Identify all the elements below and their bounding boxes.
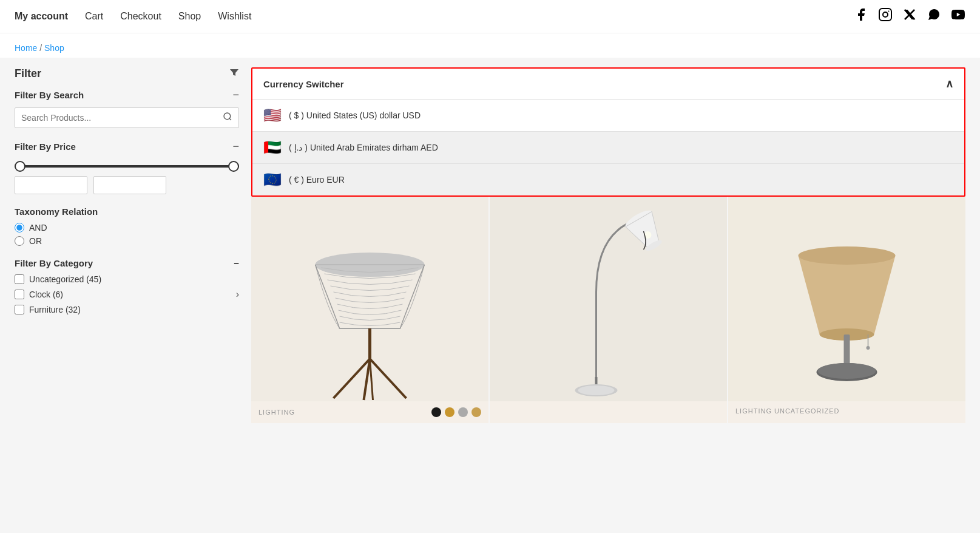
breadcrumb: Home / Shop <box>15 43 965 53</box>
twitter-icon[interactable] <box>902 7 917 25</box>
nav-cart[interactable]: Cart <box>85 11 103 22</box>
swatch-gray[interactable] <box>458 407 468 417</box>
category-uncategorized-label: Uncategorized (45) <box>29 274 101 284</box>
taxonomy-relation-title: Taxonomy Relation <box>15 206 239 217</box>
svg-point-21 <box>867 346 870 350</box>
nav-shop[interactable]: Shop <box>178 11 201 22</box>
swatch-tan[interactable] <box>471 407 481 417</box>
product-3-category: LIGHTING UNCATEGORIZED <box>735 407 840 415</box>
aed-flag: 🇦🇪 <box>263 140 282 155</box>
swatch-gold[interactable] <box>445 407 455 417</box>
category-more-arrow-icon[interactable]: › <box>236 289 239 300</box>
product-image-3 <box>728 171 965 401</box>
filter-by-category-header: Filter By Category − <box>15 258 239 268</box>
filter-title: Filter <box>15 67 41 80</box>
svg-point-2 <box>888 11 890 12</box>
svg-point-4 <box>224 113 231 120</box>
whatsapp-icon[interactable] <box>927 7 941 25</box>
currency-option-aed[interactable]: 🇦🇪 ( د.إ ) United Arab Emirates dirham A… <box>252 131 964 163</box>
filter-by-category-section: Filter By Category − Uncategorized (45) … <box>15 258 239 314</box>
breadcrumb-area: Home / Shop <box>0 33 980 58</box>
taxonomy-or-option: OR <box>15 236 239 246</box>
filter-by-search-label: Filter By Search <box>15 90 84 100</box>
nav-wishlist[interactable]: Wishlist <box>218 11 251 22</box>
nav-checkout[interactable]: Checkout <box>120 11 161 22</box>
header-nav: My account Cart Checkout Shop Wishlist <box>15 11 251 22</box>
category-clock-checkbox[interactable] <box>15 290 24 299</box>
price-max-thumb[interactable] <box>228 161 239 172</box>
range-track <box>15 165 239 168</box>
usd-label: ( $ ) United States (US) dollar USD <box>289 110 421 120</box>
filter-by-price-header: Filter By Price − <box>15 140 239 153</box>
currency-option-eur[interactable]: 🇪🇺 ( € ) Euro EUR <box>252 163 964 195</box>
breadcrumb-separator: / <box>39 43 42 53</box>
svg-point-1 <box>883 12 888 17</box>
product-1-category: LIGHTING <box>259 409 295 416</box>
search-box <box>15 107 239 128</box>
price-max-input[interactable]: 684 <box>93 176 166 194</box>
currency-chevron-up-icon[interactable]: ∧ <box>945 77 953 90</box>
breadcrumb-current: Shop <box>44 43 64 53</box>
youtube-icon[interactable] <box>951 7 965 25</box>
search-icon <box>223 112 232 124</box>
eur-label: ( € ) Euro EUR <box>289 175 345 185</box>
product-card-1[interactable]: LIGHTING <box>251 171 488 423</box>
filter-by-search-header: Filter By Search − <box>15 89 239 101</box>
taxonomy-and-radio[interactable] <box>15 223 24 233</box>
svg-line-9 <box>370 359 407 398</box>
product-card-2[interactable] <box>490 171 727 423</box>
category-furniture: Furniture (32) <box>15 305 239 314</box>
eur-flag: 🇪🇺 <box>263 172 282 187</box>
header-social <box>854 7 965 25</box>
category-furniture-checkbox[interactable] <box>15 305 24 314</box>
taxonomy-relation-section: Taxonomy Relation AND OR <box>15 206 239 246</box>
currency-option-usd[interactable]: 🇺🇸 ( $ ) United States (US) dollar USD <box>252 99 964 131</box>
svg-point-17 <box>578 385 615 395</box>
header: My account Cart Checkout Shop Wishlist <box>0 0 980 33</box>
svg-line-11 <box>370 359 373 400</box>
main-layout: Filter Filter By Search − Filter By Pric… <box>0 58 980 433</box>
taxonomy-and-label: AND <box>29 223 47 233</box>
category-furniture-label: Furniture (32) <box>29 305 81 314</box>
product-card-3[interactable]: LIGHTING UNCATEGORIZED <box>728 171 965 423</box>
currency-switcher: Currency Switcher ∧ 🇺🇸 ( $ ) United Stat… <box>251 67 965 197</box>
category-uncategorized-checkbox[interactable] <box>15 274 24 284</box>
taxonomy-and-option: AND <box>15 223 239 233</box>
price-min-input[interactable]: 0 <box>15 176 87 194</box>
search-input[interactable] <box>21 113 223 123</box>
category-uncategorized: Uncategorized (45) <box>15 274 239 284</box>
filter-by-price-collapse-icon[interactable]: − <box>232 140 239 153</box>
category-clock: Clock (6) › <box>15 289 239 300</box>
taxonomy-or-label: OR <box>29 236 42 246</box>
product-image-1 <box>251 171 488 401</box>
sidebar: Filter Filter By Search − Filter By Pric… <box>15 67 239 423</box>
nav-my-account[interactable]: My account <box>15 11 68 22</box>
taxonomy-or-radio[interactable] <box>15 236 24 246</box>
currency-switcher-title: Currency Switcher <box>263 79 344 89</box>
usd-flag: 🇺🇸 <box>263 108 282 123</box>
facebook-icon[interactable] <box>854 7 868 25</box>
products-grid: LIGHTING <box>251 171 965 423</box>
filter-by-category-collapse-icon[interactable]: − <box>234 258 239 268</box>
category-clock-label: Clock (6) <box>29 290 63 299</box>
filter-by-search-collapse-icon[interactable]: − <box>232 89 239 101</box>
instagram-icon[interactable] <box>878 7 893 25</box>
breadcrumb-home[interactable]: Home <box>15 43 37 53</box>
currency-switcher-header[interactable]: Currency Switcher ∧ <box>252 69 964 99</box>
svg-point-24 <box>818 363 876 379</box>
price-min-thumb[interactable] <box>15 161 25 172</box>
filter-by-search-section: Filter By Search − <box>15 89 239 128</box>
content-area: Currency Switcher ∧ 🇺🇸 ( $ ) United Stat… <box>251 67 965 423</box>
svg-point-18 <box>799 246 896 265</box>
product-footer-3: LIGHTING UNCATEGORIZED <box>728 401 965 421</box>
swatch-black[interactable] <box>431 407 441 417</box>
product-footer-1: LIGHTING <box>251 401 488 423</box>
product-1-swatches <box>431 407 481 417</box>
price-range-slider[interactable] <box>15 165 239 168</box>
price-range: 0 684 <box>15 165 239 194</box>
svg-rect-0 <box>879 8 891 21</box>
product-image-2 <box>490 171 727 401</box>
product-footer-2 <box>490 401 727 413</box>
filter-by-price-label: Filter By Price <box>15 141 76 152</box>
filter-by-category-label: Filter By Category <box>15 258 93 268</box>
